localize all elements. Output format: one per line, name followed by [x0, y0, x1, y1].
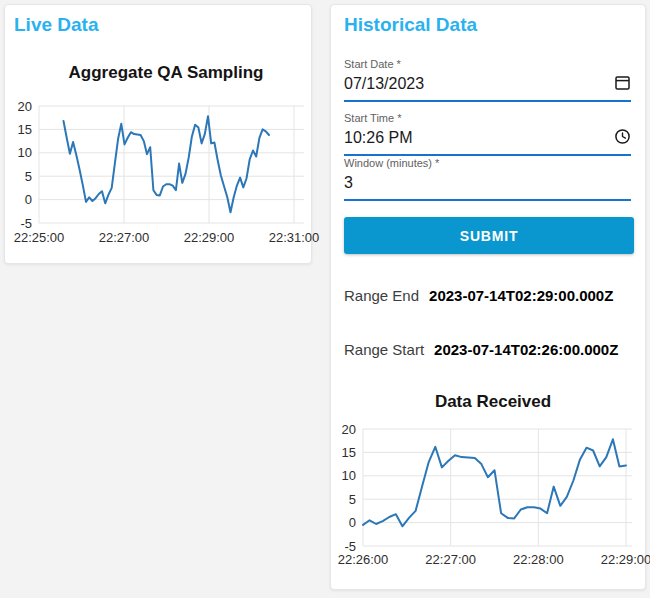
historical-data-panel: Historical Data Start Date * 07/13/2023 …: [330, 4, 646, 590]
range-end-value: 2023-07-14T02:29:00.000Z: [429, 287, 613, 304]
window-minutes-value[interactable]: 3: [344, 174, 353, 192]
svg-text:22:29:00: 22:29:00: [601, 552, 650, 567]
start-date-label: Start Date *: [344, 58, 631, 70]
window-minutes-label: Window (minutes) *: [344, 157, 631, 169]
svg-text:15: 15: [342, 445, 356, 460]
svg-text:10: 10: [342, 468, 356, 483]
live-data-panel: Live Data Aggregate QA Sampling 20151050…: [4, 4, 312, 264]
svg-text:22:28:00: 22:28:00: [513, 552, 564, 567]
svg-text:22:27:00: 22:27:00: [99, 230, 150, 245]
submit-button[interactable]: SUBMIT: [344, 217, 634, 254]
clock-icon[interactable]: [614, 128, 631, 149]
svg-text:0: 0: [25, 192, 32, 207]
svg-text:0: 0: [349, 515, 356, 530]
svg-text:22:29:00: 22:29:00: [184, 230, 235, 245]
start-time-field: Start Time * 10:26 PM: [344, 112, 631, 156]
window-minutes-input[interactable]: 3: [344, 172, 631, 201]
historical-data-title: Historical Data: [344, 14, 477, 36]
calendar-icon[interactable]: [614, 74, 631, 95]
range-end-row: Range End 2023-07-14T02:29:00.000Z: [344, 287, 613, 304]
data-received-chart: 20151050-522:26:0022:27:0022:28:0022:29:…: [331, 423, 647, 581]
data-received-chart-title: Data Received: [331, 392, 645, 412]
svg-text:5: 5: [349, 492, 356, 507]
start-date-input[interactable]: 07/13/2023: [344, 73, 631, 102]
aggregate-qa-sampling-chart: 20151050-522:25:0022:27:0022:29:0022:31:…: [5, 97, 310, 255]
svg-text:10: 10: [18, 145, 32, 160]
svg-text:22:25:00: 22:25:00: [14, 230, 65, 245]
live-chart-title: Aggregate QA Sampling: [5, 63, 311, 83]
svg-text:22:26:00: 22:26:00: [338, 552, 389, 567]
start-date-value[interactable]: 07/13/2023: [344, 75, 424, 93]
range-start-row: Range Start 2023-07-14T02:26:00.000Z: [344, 341, 618, 358]
svg-text:20: 20: [18, 99, 32, 114]
svg-text:5: 5: [25, 169, 32, 184]
start-time-label: Start Time *: [344, 112, 631, 124]
window-minutes-field: Window (minutes) * 3: [344, 157, 631, 201]
range-start-label: Range Start: [344, 341, 424, 358]
start-date-field: Start Date * 07/13/2023: [344, 58, 631, 102]
range-end-label: Range End: [344, 287, 419, 304]
live-data-title: Live Data: [14, 14, 98, 36]
svg-text:22:31:00: 22:31:00: [269, 230, 320, 245]
start-time-input[interactable]: 10:26 PM: [344, 127, 631, 156]
svg-text:20: 20: [342, 422, 356, 437]
svg-text:-5: -5: [20, 216, 32, 231]
start-time-value[interactable]: 10:26 PM: [344, 129, 412, 147]
range-start-value: 2023-07-14T02:26:00.000Z: [434, 341, 618, 358]
svg-text:22:27:00: 22:27:00: [425, 552, 476, 567]
svg-text:15: 15: [18, 122, 32, 137]
